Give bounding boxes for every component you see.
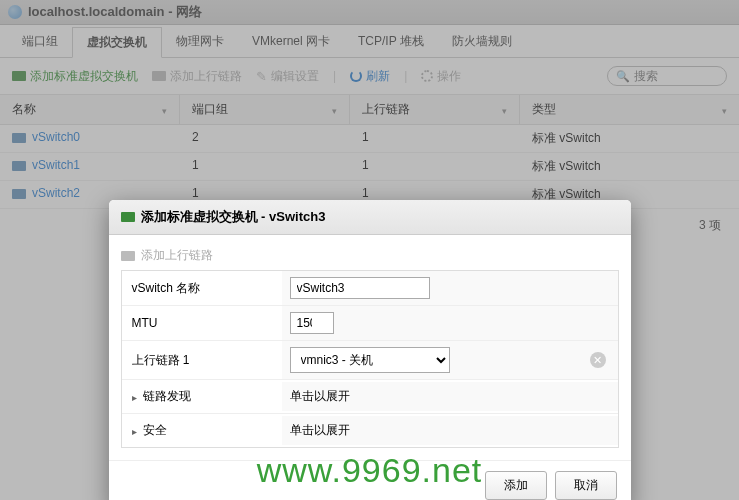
expand-icon: [132, 390, 139, 404]
expand-icon: [132, 424, 139, 438]
dialog-title-bar: 添加标准虚拟交换机 - vSwitch3: [109, 200, 631, 235]
vswitch-icon: [121, 212, 135, 222]
row-mtu: MTU: [122, 306, 618, 341]
add-uplink-sub-label: 添加上行链路: [141, 247, 213, 264]
dialog-form: vSwitch 名称 MTU 上行链路 1 vmnic3 - 关机 ✕ 链路发现: [121, 270, 619, 448]
row-vswitch-name: vSwitch 名称: [122, 271, 618, 306]
dialog-footer: 添加 取消: [109, 460, 631, 500]
uplink1-label: 上行链路 1: [122, 344, 282, 377]
row-security[interactable]: 安全 单击以展开: [122, 414, 618, 447]
row-link-discovery[interactable]: 链路发现 单击以展开: [122, 380, 618, 414]
security-label: 安全: [143, 422, 167, 439]
security-hint: 单击以展开: [282, 416, 618, 445]
row-uplink1: 上行链路 1 vmnic3 - 关机 ✕: [122, 341, 618, 380]
mtu-input[interactable]: [290, 312, 334, 334]
linkdisc-label: 链路发现: [143, 388, 191, 405]
uplink1-select[interactable]: vmnic3 - 关机: [290, 347, 450, 373]
mtu-label: MTU: [122, 308, 282, 338]
vswitch-name-label: vSwitch 名称: [122, 272, 282, 305]
dialog-title: 添加标准虚拟交换机 - vSwitch3: [141, 208, 326, 226]
linkdisc-hint: 单击以展开: [282, 382, 618, 411]
add-button[interactable]: 添加: [485, 471, 547, 500]
modal-overlay: 添加标准虚拟交换机 - vSwitch3 添加上行链路 vSwitch 名称 M…: [0, 0, 739, 500]
cancel-button[interactable]: 取消: [555, 471, 617, 500]
add-uplink-link: 添加上行链路: [121, 247, 619, 264]
vswitch-name-input[interactable]: [290, 277, 430, 299]
remove-uplink-icon[interactable]: ✕: [590, 352, 606, 368]
uplink-icon: [121, 251, 135, 261]
add-vswitch-dialog: 添加标准虚拟交换机 - vSwitch3 添加上行链路 vSwitch 名称 M…: [109, 200, 631, 500]
